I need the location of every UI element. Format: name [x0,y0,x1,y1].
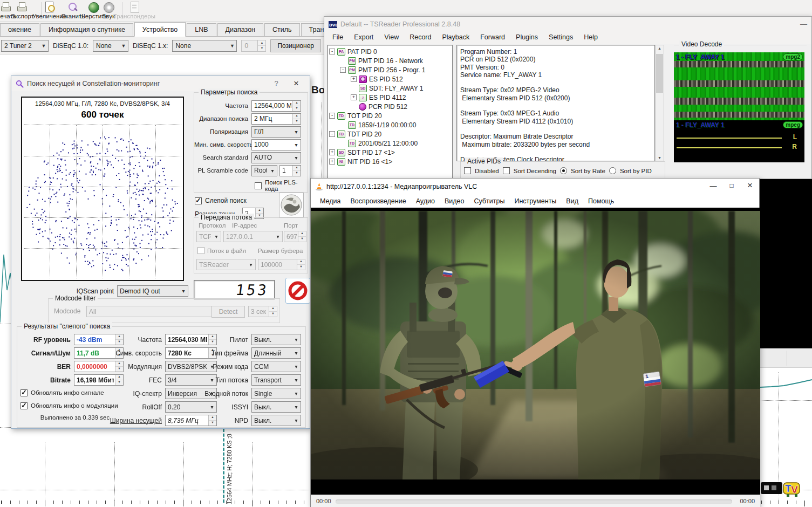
chevron-down-icon[interactable] [292,388,301,399]
chevron-down-icon[interactable] [292,375,301,385]
vlc-video-area[interactable]: 1 [311,208,760,495]
minimize-icon[interactable]: — [800,20,807,28]
app-tab[interactable]: LNB [187,23,216,36]
tree-expander-icon[interactable]: + [351,94,357,100]
minimize-icon[interactable]: — [704,179,722,193]
pid-tree-row[interactable]: SD SDT: FLY_AWAY 1 [329,84,452,93]
menu-item[interactable]: Аудио [411,196,440,206]
chevron-down-icon[interactable] [292,402,301,412]
tsreader-titlebar[interactable]: DVB Default -- TSReader Professional 2.8… [324,17,811,32]
position-stepper[interactable]: 0▲▼ [241,40,266,52]
menu-item[interactable]: Медиа [315,196,345,206]
pid-tree-row[interactable]: + SD SDT PID 17 <1> [329,148,452,157]
pid-tree-row[interactable]: PCR PID 512 [329,102,452,111]
sort-by-pid-radio[interactable] [609,167,616,174]
scrollbar-thumb[interactable] [656,54,663,93]
result-select[interactable]: Single [251,388,301,399]
info-scrollbar[interactable]: ▲▼ [655,45,664,161]
close-icon[interactable]: × [290,78,302,89]
video-decode-thumbnail[interactable]: 1 - FLY_AWAY 1 mpg2 [674,52,804,120]
menu-item[interactable]: Help [579,32,603,42]
audio-decode-panel[interactable]: 1 - FLY_AWAY 1 mpeg L R [674,120,804,162]
stepper-arrows-icon[interactable] [292,166,301,176]
vlc-titlebar[interactable]: http://127.0.0.1:1234 - Медиапроигрывате… [311,179,759,195]
control-arrows-icon[interactable] [292,140,301,150]
pid-tree-row[interactable]: - TD TOT PID 20 [329,111,452,120]
control-arrows-icon[interactable] [292,101,301,111]
menu-item[interactable]: Playback [437,32,474,42]
diseqc1x-select[interactable]: None▼ [172,40,237,52]
chevron-down-icon[interactable] [268,166,277,176]
pl-code-stepper[interactable]: 1 [279,165,301,176]
chevron-down-icon[interactable] [292,361,301,372]
pls-search-checkbox[interactable] [255,182,262,189]
stepper-arrows-icon[interactable]: ▲▼ [257,40,265,51]
menu-item[interactable]: Settings [544,32,578,42]
stop-button[interactable] [285,278,310,304]
app-tab[interactable]: Стиль [264,23,300,36]
pl-root-select[interactable]: Root [251,165,277,176]
result-select[interactable]: Transport [251,374,301,386]
menu-item[interactable]: Record [405,32,436,42]
tuner-select[interactable]: 2 Tuner 2▼ [1,40,49,52]
pid-tree-row[interactable]: - PA PAT PID 0 [329,47,452,56]
pid-tree-row[interactable]: + NI NIT PID 16 <1> [329,157,452,166]
result-select[interactable]: Выкл. [251,401,301,413]
update-info-checkbox[interactable] [21,389,28,396]
menu-item[interactable]: Export [349,32,378,42]
iqscan-point-select[interactable]: Demod IQ out [117,285,188,297]
tree-expander-icon[interactable]: + [351,76,357,82]
app-tab[interactable]: ожение [0,23,39,36]
tree-expander-icon[interactable]: + [329,159,335,165]
pid-tree-row[interactable]: - PM PMT PID 256 - Progr. 1 [329,65,452,74]
pid-tree-row[interactable]: + ES PID 512 [329,74,452,84]
param-control[interactable]: Г/Л [251,126,301,138]
menu-item[interactable]: Инструменты [509,196,561,206]
result-select[interactable]: Длинный [251,347,301,359]
diseqc10-select[interactable]: None▼ [93,40,128,52]
result-select[interactable]: Выкл. [251,334,301,345]
globe-button[interactable] [279,193,304,217]
help-button[interactable]: ? [271,79,282,87]
blind-search-checkbox[interactable] [195,197,202,204]
menu-item[interactable]: Вид [561,196,583,206]
menu-item[interactable]: Видео [440,196,469,206]
disabled-checkbox[interactable] [464,167,471,174]
menu-item[interactable]: Forward [475,32,510,42]
sort-descending-checkbox[interactable] [503,167,510,174]
tree-expander-icon[interactable]: - [329,49,335,54]
param-control[interactable]: 12564,000 МГц [251,100,301,112]
pid-tree-row[interactable]: TD 1859/-1/19 00:00:00 [329,120,452,129]
toolbar-button[interactable]: Транспондеры [108,0,161,21]
menu-item[interactable]: Субтитры [469,196,509,206]
seek-slider[interactable] [336,499,732,504]
close-icon[interactable]: × [741,179,759,193]
chevron-down-icon[interactable] [292,415,301,426]
tree-expander-icon[interactable]: - [340,67,346,73]
maximize-icon[interactable]: □ [722,179,741,193]
positioner-button[interactable]: Позиционер [270,39,321,52]
tree-expander-icon[interactable]: + [329,149,335,155]
chevron-down-icon[interactable] [179,286,188,296]
menu-item[interactable]: File [327,32,348,42]
param-control[interactable]: AUTO [251,152,301,163]
chevron-down-icon[interactable] [292,348,301,358]
menu-item[interactable]: View [379,32,404,42]
control-arrows-icon[interactable] [292,114,301,124]
pid-tree-row[interactable]: - TD TDT PID 20 [329,129,452,139]
pid-tree-row[interactable]: + ♪ ES PID 4112 [329,93,452,102]
tree-expander-icon[interactable]: - [329,131,335,137]
sort-by-rate-radio[interactable] [560,167,567,174]
param-control[interactable]: 2 МГц [251,113,301,125]
result-select[interactable]: CCM [251,361,301,372]
chevron-down-icon[interactable] [292,334,301,345]
app-tab[interactable]: Диапазон [217,23,263,36]
app-tab[interactable]: Устройство [134,22,186,37]
pid-tree-row[interactable]: TD 2001/05/21 12:00:00 [329,139,452,148]
pid-tree-row[interactable]: PM PMT PID 16 - Network [329,56,452,65]
update-info-checkbox[interactable] [21,402,28,409]
pid-tree[interactable]: - PA PAT PID 0 PM PMT PID 16 - Network -… [327,45,453,185]
tree-expander-icon[interactable]: - [329,113,335,119]
menu-item[interactable]: Plugins [511,32,543,42]
app-tab[interactable]: Информация о спутнике [40,23,133,36]
